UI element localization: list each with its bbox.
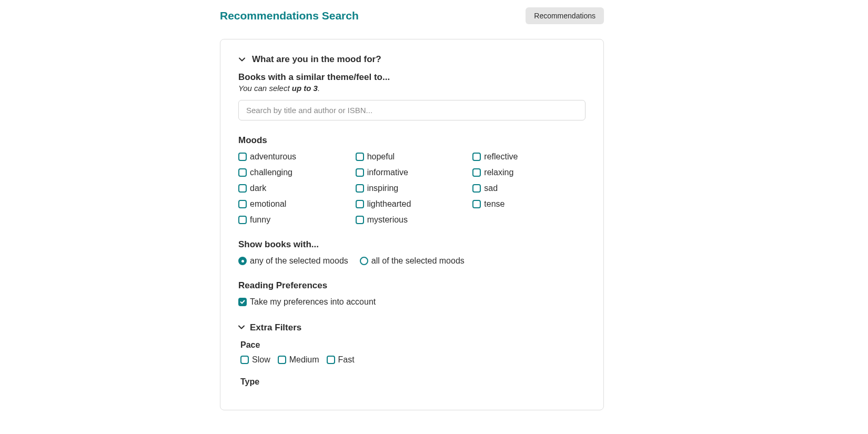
chevron-down-icon	[238, 323, 245, 332]
mood-option-tense[interactable]: tense	[472, 199, 586, 209]
checkbox-icon	[472, 184, 481, 193]
checkbox-icon	[472, 168, 481, 177]
recommendations-button[interactable]: Recommendations	[526, 7, 604, 24]
take-prefs-checkbox[interactable]: Take my preferences into account	[238, 297, 586, 307]
mood-option-relaxing[interactable]: relaxing	[472, 168, 586, 177]
mood-option-sad[interactable]: sad	[472, 184, 586, 193]
mood-option-label: reflective	[484, 152, 518, 162]
checkbox-icon	[238, 200, 247, 208]
pace-option-fast[interactable]: Fast	[327, 355, 355, 365]
type-label: Type	[240, 377, 586, 387]
mood-option-label: dark	[250, 184, 266, 193]
radio-icon	[360, 257, 368, 265]
mood-option-label: informative	[367, 168, 408, 177]
checkbox-icon	[238, 216, 247, 224]
show-books-row: any of the selected moodsall of the sele…	[238, 256, 586, 266]
chevron-down-icon	[238, 56, 246, 63]
checkbox-icon	[356, 200, 364, 208]
filters-card: What are you in the mood for? Books with…	[220, 39, 604, 410]
pace-option-medium[interactable]: Medium	[278, 355, 319, 365]
checkbox-icon	[472, 153, 481, 161]
mood-option-hopeful[interactable]: hopeful	[356, 152, 469, 162]
checkbox-icon	[356, 216, 364, 224]
moods-label: Moods	[238, 135, 586, 146]
radio-label: any of the selected moods	[250, 256, 348, 266]
extra-filters-toggle[interactable]: Extra Filters	[238, 322, 586, 333]
checkbox-icon	[327, 356, 335, 364]
pace-row: SlowMediumFast	[240, 355, 586, 365]
mood-option-label: lighthearted	[367, 199, 411, 209]
mood-option-label: tense	[484, 199, 504, 209]
mood-option-label: inspiring	[367, 184, 399, 193]
mood-option-label: mysterious	[367, 215, 408, 225]
mood-option-dark[interactable]: dark	[238, 184, 351, 193]
checkbox-icon	[238, 168, 247, 177]
checkbox-icon	[240, 356, 249, 364]
mood-option-label: challenging	[250, 168, 292, 177]
mood-option-label: relaxing	[484, 168, 513, 177]
pace-option-label: Fast	[338, 355, 355, 365]
pace-option-slow[interactable]: Slow	[240, 355, 270, 365]
radio-label: all of the selected moods	[371, 256, 465, 266]
extra-filters-title: Extra Filters	[250, 322, 301, 333]
mood-option-emotional[interactable]: emotional	[238, 199, 351, 209]
checkbox-icon	[356, 153, 364, 161]
mood-option-label: sad	[484, 184, 498, 193]
pace-option-label: Slow	[252, 355, 270, 365]
mood-option-label: emotional	[250, 199, 286, 209]
book-search-input[interactable]	[238, 100, 586, 120]
select-limit-hint: You can select up to 3.	[238, 84, 586, 93]
checkbox-icon	[356, 184, 364, 193]
mood-option-adventurous[interactable]: adventurous	[238, 152, 351, 162]
moods-grid: adventurouschallengingdarkemotionalfunny…	[238, 152, 586, 225]
reading-prefs-label: Reading Preferences	[238, 280, 586, 291]
mood-option-informative[interactable]: informative	[356, 168, 469, 177]
radio-icon	[238, 257, 247, 265]
mood-option-challenging[interactable]: challenging	[238, 168, 351, 177]
mood-option-label: adventurous	[250, 152, 296, 162]
mood-option-reflective[interactable]: reflective	[472, 152, 586, 162]
mood-option-funny[interactable]: funny	[238, 215, 351, 225]
show-books-radio-all[interactable]: all of the selected moods	[360, 256, 465, 266]
checkbox-icon	[472, 200, 481, 208]
pace-label: Pace	[240, 340, 586, 350]
mood-option-inspiring[interactable]: inspiring	[356, 184, 469, 193]
checkbox-icon	[278, 356, 286, 364]
mood-option-label: hopeful	[367, 152, 395, 162]
checkbox-icon	[238, 153, 247, 161]
similar-theme-label: Books with a similar theme/feel to...	[238, 72, 586, 83]
checkbox-icon	[238, 184, 247, 193]
mood-option-mysterious[interactable]: mysterious	[356, 215, 469, 225]
mood-section-toggle[interactable]: What are you in the mood for?	[238, 54, 586, 65]
mood-option-lighthearted[interactable]: lighthearted	[356, 199, 469, 209]
mood-option-label: funny	[250, 215, 270, 225]
show-books-label: Show books with...	[238, 239, 586, 250]
mood-section-title: What are you in the mood for?	[252, 54, 381, 65]
show-books-radio-any[interactable]: any of the selected moods	[238, 256, 348, 266]
checkbox-icon	[356, 168, 364, 177]
page-title: Recommendations Search	[220, 9, 359, 22]
checkbox-icon	[238, 298, 247, 306]
pace-option-label: Medium	[289, 355, 319, 365]
take-prefs-label: Take my preferences into account	[250, 297, 376, 307]
